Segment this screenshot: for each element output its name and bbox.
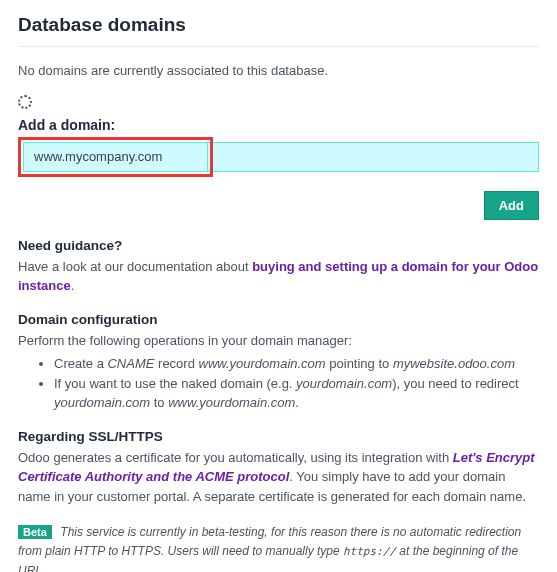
- config-bullet-2: If you want to use the naked domain (e.g…: [54, 374, 539, 413]
- config-section: Domain configuration Perform the followi…: [18, 312, 539, 413]
- loading-spinner-icon: [18, 95, 32, 109]
- ssl-section: Regarding SSL/HTTPS Odoo generates a cer…: [18, 429, 539, 507]
- guidance-text: Have a look at our documentation about b…: [18, 257, 539, 296]
- guidance-heading: Need guidance?: [18, 238, 539, 253]
- beta-section: Beta This service is currently in beta-t…: [18, 522, 539, 572]
- input-highlight-box: [18, 137, 213, 177]
- add-button[interactable]: Add: [484, 191, 539, 220]
- ssl-text: Odoo generates a certificate for you aut…: [18, 448, 539, 507]
- page-title: Database domains: [18, 14, 539, 36]
- guidance-section: Need guidance? Have a look at our docume…: [18, 238, 539, 296]
- divider-top: [18, 46, 539, 47]
- config-bullet-1: Create a CNAME record www.yourdomain.com…: [54, 354, 539, 374]
- add-domain-label: Add a domain:: [18, 117, 539, 133]
- ssl-heading: Regarding SSL/HTTPS: [18, 429, 539, 444]
- domain-input-row: [18, 137, 539, 177]
- config-heading: Domain configuration: [18, 312, 539, 327]
- config-intro: Perform the following operations in your…: [18, 331, 539, 351]
- no-domains-text: No domains are currently associated to t…: [18, 61, 539, 81]
- domain-input[interactable]: [23, 142, 208, 172]
- beta-badge: Beta: [18, 525, 52, 539]
- beta-text: This service is currently in beta-testin…: [18, 525, 521, 572]
